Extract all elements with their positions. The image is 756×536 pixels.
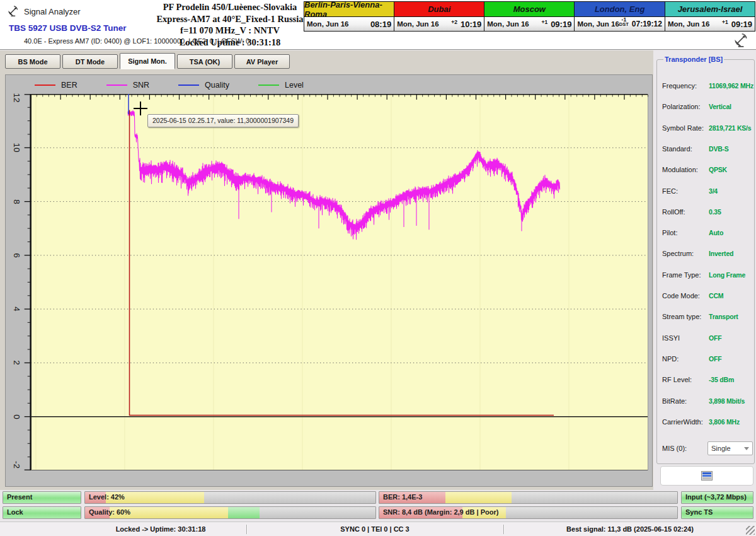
mis-select[interactable]: Single <box>707 441 753 455</box>
clock-city-label: Jerusalem-Israel <box>665 2 755 17</box>
transponder-value: -35 dBm <box>709 376 734 383</box>
transponder-row-frame-type: Frame Type:Long Frame <box>662 269 750 282</box>
transponder-value: Auto <box>709 229 723 236</box>
y-axis-tick-label: -2 <box>12 458 22 471</box>
bar-quality-label: Quality: 60% <box>89 508 130 516</box>
transponder-label: Standard: <box>662 145 692 153</box>
status-uptime: Locked -> Uptime: 30:31:18 <box>116 525 206 533</box>
clock-moscow: MoscowMon, Jun 16+109:19 <box>484 1 575 32</box>
transponder-label: ISSYI <box>662 334 680 342</box>
y-axis-tick-label: 4 <box>12 303 22 315</box>
tuner-name: TBS 5927 USB DVB-S2 Tuner <box>9 23 127 33</box>
tab-bs-mode[interactable]: BS Mode <box>5 54 60 69</box>
bar-quality: Quality: 60% <box>84 506 376 519</box>
y-axis-tick-label: 10 <box>12 141 22 154</box>
divider <box>246 525 247 534</box>
chevron-down-icon <box>744 447 749 450</box>
legend-line <box>258 84 279 86</box>
transponder-value: Vertical <box>709 103 731 110</box>
chart-legend: BERSNRQualityLevel <box>35 78 304 93</box>
clock-time: Mon, Jun 16-1DST07:19:12 <box>575 17 665 31</box>
transponder-row-spectrum: Spectrum:Inverted <box>662 248 750 260</box>
transponder-label: Stream type: <box>662 313 701 320</box>
y-axis-tick-label: 12 <box>12 91 22 104</box>
satellite-dish-icon <box>732 32 748 48</box>
transponder-label: FEC: <box>662 187 678 195</box>
app-title: Signal Analyzer <box>24 7 81 16</box>
transponder-label: NPD: <box>662 355 679 363</box>
flag-input-3-72-mbps-label: Input (~3,72 Mbps) <box>685 493 747 501</box>
clock-time: Mon, Jun 1608:19 <box>304 17 394 31</box>
transponder-value: 3,806 MHz <box>709 418 740 426</box>
transponder-label: Symbol Rate: <box>662 124 704 132</box>
tab-tsa-ok[interactable]: TSA (OK) <box>177 54 232 69</box>
clock-city-label: Berlin-Paris-Vienna-Roma <box>304 2 394 17</box>
transponder-value: Long Frame <box>709 271 745 279</box>
bar-snr: SNR: 8,4 dB (Margin: 2,9 dB | Poor) <box>379 506 678 519</box>
bar-ber-label: BER: 1,4E-3 <box>383 493 422 501</box>
clock-city-label: London, Eng <box>575 2 665 17</box>
clock-dubai: DubaiMon, Jun 16+210:19 <box>394 1 484 32</box>
header-line-3: f=11 070 MHz_V : NNTV <box>156 25 304 37</box>
transponder-value: CCM <box>709 292 723 300</box>
clock-london-eng: London, EngMon, Jun 16-1DST07:19:12 <box>575 1 665 32</box>
transponder-row-carrierwidth: CarrierWidth:3,806 MHz <box>662 416 750 429</box>
bar-snr-label: SNR: 8,4 dB (Margin: 2,9 dB | Poor) <box>383 508 498 516</box>
legend-item-quality: Quality <box>178 81 229 90</box>
transponder-label: Polarization: <box>662 103 701 110</box>
transponder-row-polarization: Polarization:Vertical <box>662 101 750 114</box>
y-axis-tick-label: 8 <box>12 195 22 208</box>
mis-selected-value: Single <box>711 445 744 452</box>
tab-signal-mon[interactable]: Signal Mon. <box>120 53 175 69</box>
lof-settings: 40.0E - Express AM7 (ID: 0400) @ LOF1: 1… <box>24 37 249 45</box>
chart-tooltip: 2025-06-15 02.25.17, value: 11,300000190… <box>147 114 299 127</box>
transponder-value: 3,898 Mbit/s <box>709 397 745 405</box>
header-line-2: Express-AM7 at 40°E_Fixed-1 Russia <box>156 13 304 25</box>
bar-level-label: Level: 42% <box>89 493 125 501</box>
transponder-row-stream-type: Stream type:Transport <box>662 311 750 323</box>
tab-dt-mode[interactable]: DT Mode <box>62 54 118 69</box>
transponder-row-npd: NPD:OFF <box>662 353 750 366</box>
transponder-label: CarrierWidth: <box>662 418 703 426</box>
satellite-dish-icon <box>6 4 19 17</box>
main-area: BS ModeDT ModeSignal Mon.TSA (OK)AV Play… <box>0 50 653 490</box>
status-sync-counters: SYNC 0 | TEI 0 | CC 3 <box>340 525 409 533</box>
transponder-value: Inverted <box>709 250 733 257</box>
flag-lock-label: Lock <box>7 508 23 516</box>
clock-city-label: Dubai <box>394 2 484 17</box>
signal-plot[interactable]: 2025-06-15 02.25.17, value: 11,300000190… <box>31 94 648 470</box>
transponder-value: 11069,962 MHz <box>709 82 753 90</box>
legend-label: SNR <box>133 81 149 90</box>
bar-level: Level: 42% <box>84 491 376 504</box>
stream-list-button[interactable] <box>660 466 753 486</box>
flag-lock: Lock <box>3 506 81 519</box>
header-line-1: PF Prodelin 450/Luèenec-Slovakia <box>156 1 304 13</box>
legend-item-snr: SNR <box>106 81 149 90</box>
tab-av-player[interactable]: AV Player <box>234 54 290 69</box>
transponder-row-pilot: Pilot:Auto <box>662 227 750 240</box>
y-axis-tick-label: 6 <box>12 249 22 262</box>
bar-segment-green <box>228 507 260 518</box>
divider <box>503 525 504 534</box>
clock-time: Mon, Jun 16+109:19 <box>665 17 755 31</box>
transponder-label: RollOff: <box>662 208 685 216</box>
clock-time: Mon, Jun 16+109:19 <box>484 17 574 31</box>
transponder-row-bitrate: BitRate:3,898 Mbit/s <box>662 395 750 408</box>
transponder-value: Transport <box>709 313 738 320</box>
legend-line <box>178 84 199 86</box>
legend-label: Quality <box>205 81 229 90</box>
clock-time: Mon, Jun 16+210:19 <box>394 17 484 31</box>
transponder-row-standard: Standard:DVB-S <box>662 143 750 156</box>
resize-grip[interactable] <box>746 526 755 535</box>
transponder-value: OFF <box>709 355 721 363</box>
legend-line <box>35 84 55 86</box>
status-best-signal: Best signal: 11,3 dB (2025-06-15 02:24) <box>566 525 694 533</box>
transponder-row-modulation: Modulation:QPSK <box>662 164 750 177</box>
mis-label: MIS (0): <box>662 445 687 452</box>
transponder-row-frequency: Frequency:11069,962 MHz <box>662 80 750 93</box>
flag-present: Present <box>3 491 81 504</box>
mode-tabs: BS ModeDT ModeSignal Mon.TSA (OK)AV Play… <box>5 54 290 69</box>
transponder-label: Modulation: <box>662 166 698 173</box>
crosshair-icon <box>140 102 141 115</box>
transponder-label: Spectrum: <box>662 250 694 257</box>
